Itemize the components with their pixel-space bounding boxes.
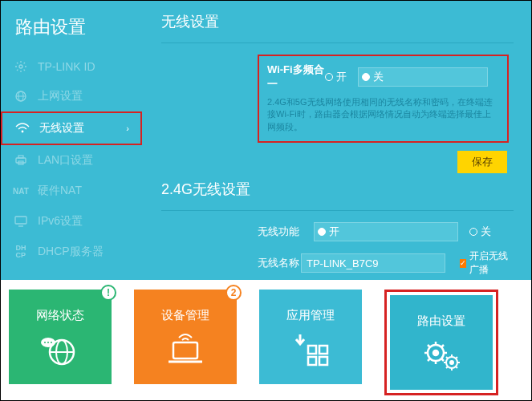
multiband-off-radio[interactable]: 关 xyxy=(358,67,488,87)
gear-icon xyxy=(12,60,30,73)
svg-rect-22 xyxy=(308,357,316,365)
alert-badge: ! xyxy=(100,285,116,301)
svg-point-16 xyxy=(51,342,52,343)
wifi-icon xyxy=(14,122,31,135)
sidebar-item-label: 上网设置 xyxy=(38,89,83,103)
printer-icon xyxy=(12,155,30,166)
svg-rect-8 xyxy=(15,217,26,224)
svg-rect-20 xyxy=(308,346,316,354)
svg-point-4 xyxy=(22,131,24,133)
sidebar: 路由设置 TP-LINK ID 上网设置 无线设置 › xyxy=(1,1,144,280)
svg-point-0 xyxy=(19,65,22,68)
svg-point-14 xyxy=(44,342,46,343)
multiband-label: Wi-Fi多频合一 xyxy=(267,63,325,91)
apps-download-icon xyxy=(292,331,329,367)
broadcast-checkbox[interactable]: ✓开启无线广播 xyxy=(460,249,514,277)
wireless-func-label: 无线功能 xyxy=(258,225,314,239)
main-content: 无线设置 Wi-Fi多频合一 开 关 2.4G和5G无线网络使用相同的无线名称和… xyxy=(144,1,531,280)
bottom-tiles: 网络状态 ! 设备管理 2 应用管理 路由设置 xyxy=(1,280,531,400)
sidebar-item-label: IPv6设置 xyxy=(38,214,83,229)
section-title-24g: 2.4G无线设置 xyxy=(161,180,514,199)
sidebar-item-label: DHCP服务器 xyxy=(38,245,104,259)
divider xyxy=(161,210,514,211)
tile-device-mgmt[interactable]: 设备管理 2 xyxy=(134,290,237,384)
svg-point-25 xyxy=(433,350,438,355)
sidebar-item-internet[interactable]: 上网设置 xyxy=(1,81,144,111)
count-badge: 2 xyxy=(225,285,242,301)
svg-rect-17 xyxy=(173,342,197,358)
dhcp-icon: DHCP xyxy=(12,245,30,259)
tile-router-settings[interactable]: 路由设置 xyxy=(390,295,493,390)
wireless-name-label: 无线名称 xyxy=(258,256,301,270)
svg-rect-23 xyxy=(319,357,327,365)
wireless-func-off-radio[interactable]: 关 xyxy=(469,225,491,239)
chevron-right-icon: › xyxy=(126,124,129,133)
tile-network-status[interactable]: 网络状态 ! xyxy=(9,290,112,384)
svg-point-15 xyxy=(47,342,49,343)
sidebar-title: 路由设置 xyxy=(1,7,144,52)
svg-rect-6 xyxy=(18,156,23,158)
sidebar-item-wireless[interactable]: 无线设置 › xyxy=(2,113,140,144)
sidebar-item-label: 硬件NAT xyxy=(38,184,82,198)
globe-icon xyxy=(12,90,30,103)
section-title-wireless: 无线设置 xyxy=(161,12,514,31)
divider xyxy=(161,43,514,43)
sidebar-item-ipv6[interactable]: IPv6设置 xyxy=(1,206,144,237)
laptop-wifi-icon xyxy=(164,331,207,367)
tile-app-mgmt[interactable]: 应用管理 xyxy=(259,290,362,384)
gears-icon xyxy=(421,337,461,372)
sidebar-item-lan[interactable]: LAN口设置 xyxy=(1,145,144,176)
sidebar-item-dhcp[interactable]: DHCP DHCP服务器 xyxy=(1,237,144,267)
monitor-icon xyxy=(12,216,30,227)
svg-point-27 xyxy=(450,361,453,364)
sidebar-item-nat[interactable]: NAT 硬件NAT xyxy=(1,176,144,206)
sidebar-item-tplink-id[interactable]: TP-LINK ID xyxy=(1,52,144,81)
wifi-multiband-block: Wi-Fi多频合一 开 关 2.4G和5G无线网络使用相同的无线名称和密码，在终… xyxy=(258,55,509,143)
nat-icon: NAT xyxy=(12,187,30,196)
globe-chat-icon xyxy=(40,331,80,367)
multiband-on-radio[interactable]: 开 xyxy=(325,70,347,84)
sidebar-item-label: 无线设置 xyxy=(39,121,84,136)
multiband-note: 2.4G和5G无线网络使用相同的无线名称和密码，在终端连接Wi-Fi时，路由器会… xyxy=(267,96,499,133)
wireless-name-input[interactable] xyxy=(301,253,445,273)
wireless-func-on-radio[interactable]: 开 xyxy=(314,222,458,241)
save-button[interactable]: 保存 xyxy=(457,151,507,173)
sidebar-item-label: TP-LINK ID xyxy=(38,60,95,73)
svg-rect-5 xyxy=(16,158,26,163)
sidebar-item-label: LAN口设置 xyxy=(38,153,93,168)
svg-rect-21 xyxy=(319,346,327,354)
